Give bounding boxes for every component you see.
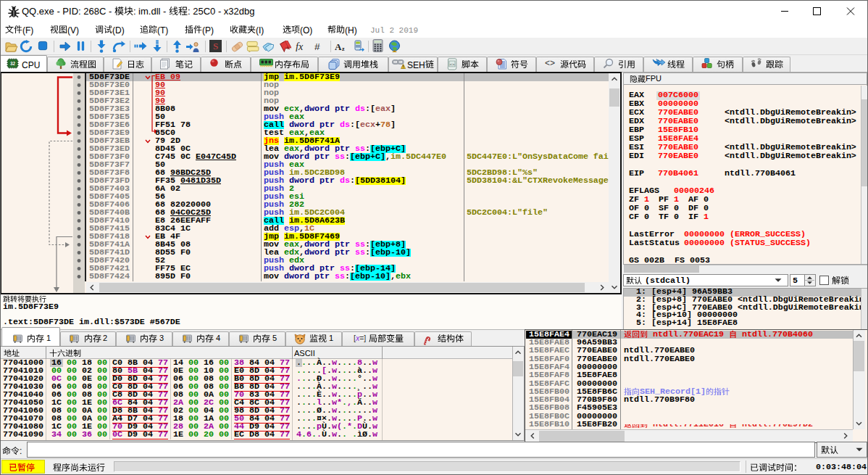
svg-text:S: S <box>213 41 218 51</box>
svg-text:#: # <box>314 41 320 51</box>
svg-text:z: z <box>342 46 345 52</box>
svg-text:fx: fx <box>296 41 304 51</box>
svg-text:32: 32 <box>10 61 16 66</box>
svg-text:A: A <box>335 42 342 51</box>
svg-text:[x=]: [x=] <box>354 334 366 342</box>
svg-text:<>: <> <box>545 58 555 67</box>
svg-text:<>: <> <box>449 62 455 67</box>
svg-text:!: ! <box>403 65 404 69</box>
